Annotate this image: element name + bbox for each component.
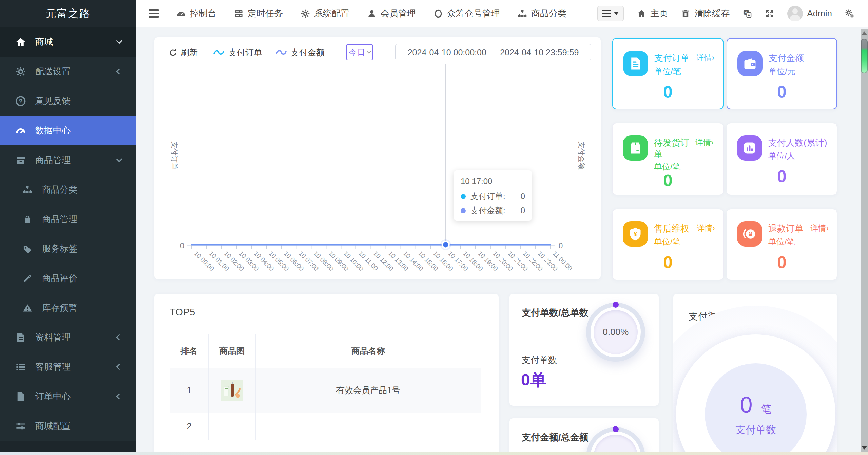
line-chart[interactable]: 10 00:0010 01:0010 02:0010 03:0010 04:00… [154,37,601,279]
shopping-bag-icon [21,214,34,225]
scroll-down-arrow-icon[interactable] [862,446,867,450]
card-detail-link[interactable]: 详情› [695,137,715,148]
document-icon [623,51,648,76]
avatar [787,6,803,21]
sidebar-item-mall-config[interactable]: 商城配置 [0,411,136,441]
channel-center: 0 笔 支付单数 [705,363,807,455]
scroll-up-arrow-icon[interactable] [862,31,867,35]
nav-user-menu[interactable]: Admin [787,6,832,21]
gauge-percent: 0.00% [594,310,638,354]
image-cell [209,413,256,440]
gauge-progress-dot [613,426,619,432]
sidebar-item-product-category[interactable]: 商品分类 [0,175,136,204]
name-cell: 有效会员产品1号 [256,368,481,413]
package-icon [623,135,648,161]
sidebar-item-customer-service[interactable]: 客服管理 [0,352,136,382]
sidebar-item-product-manage-sub[interactable]: 商品管理 [0,204,136,234]
card-value: 0 [613,253,723,272]
chevron-left-icon [116,393,122,399]
nav-fullscreen-button[interactable] [765,9,774,18]
table-row[interactable]: 2 [170,413,481,440]
tooltip-title: 10 17:00 [461,177,525,186]
sidebar-item-order-center[interactable]: 订单中心 [0,382,136,411]
emphasis-dot [443,242,448,248]
hamburger-menu-icon[interactable] [149,9,159,18]
sidebar-item-service-tags[interactable]: 服务标签 [0,234,136,263]
y-axis-name-left: 支付订单 [171,141,178,170]
channel-unit: 笔 [761,402,771,416]
card-pay-amount[interactable]: 支付金额 单位/元 0 [727,38,837,109]
series-dot-icon [461,194,466,199]
sidebar-item-product-reviews[interactable]: 商品评价 [0,263,136,293]
column-header-name: 商品名称 [256,334,481,368]
horizontal-scrollbar[interactable] [0,452,868,455]
card-unit: 单位/笔 [654,66,681,77]
sidebar-item-mall[interactable]: 商城 [0,27,136,57]
card-detail-link[interactable]: 详情› [696,52,715,63]
sidebar-item-material-management[interactable]: 资料管理 [0,323,136,352]
gauge-title: 支付金额/总金额 [522,431,589,443]
sidebar-item-label: 商品管理 [42,213,77,225]
tags-icon [21,243,34,255]
vertical-scrollbar[interactable] [861,29,868,452]
nav-item-system-config[interactable]: 系统配置 [301,7,349,19]
gauge-value: 0单 [521,369,546,391]
nav-item-homepage[interactable]: 主页 [637,7,668,19]
sidebar-item-stock-alert[interactable]: 库存预警 [0,293,136,323]
gauge-amount-panel: 支付金额/总金额 0.00% [509,418,659,455]
card-payers-total[interactable]: 支付人数(累计) 单位/人 0 [727,123,837,195]
sidebar-item-product-management[interactable]: 商品管理 [0,145,136,175]
top5-table: 排名 商品图 商品名称 1 有效会员产品1号 2 [170,334,481,440]
top5-title: TOP5 [170,307,195,318]
card-after-sales[interactable]: ¥ 售后维权 详情› 单位/笔 0 [612,209,724,280]
question-circle-icon: ? [14,95,27,107]
sidebar: 元富之路 商城 配送设置 ? 意见反馈 数据中心 商品管理 商品分类 [0,0,136,455]
nav-menu-dropdown-button[interactable] [597,6,624,21]
card-title: 售后维权 [654,223,689,234]
nav-item-console[interactable]: 控制台 [176,7,216,19]
sidebar-item-label: 订单中心 [35,390,71,402]
channel-ring: 0 笔 支付单数 [676,334,835,455]
column-header-rank: 排名 [170,334,209,368]
chevron-down-icon [116,156,122,162]
sidebar-item-feedback[interactable]: ? 意见反馈 [0,86,136,116]
nav-item-crowdfunding[interactable]: 众筹仓号管理 [433,7,500,19]
y-axis-tick-right: 0 [559,241,563,250]
gauge-percent: 0.00% [594,435,638,455]
home-icon [637,9,646,18]
card-unit: 单位/笔 [654,236,681,247]
sidebar-item-delivery-settings[interactable]: 配送设置 [0,57,136,86]
card-detail-link[interactable]: 详情› [697,223,715,234]
sidebar-item-label: 商品分类 [42,184,77,196]
shield-yen-icon: ¥ [623,221,648,247]
archive-box-icon [14,154,27,166]
sliders-icon [14,420,27,432]
gauge-ring: 0.00% [586,427,645,455]
card-refund-orders[interactable]: ¥ 退款订单 详情› 单位/笔 0 [727,209,837,280]
server-icon [234,9,244,18]
nav-item-clear-cache[interactable]: 清除缓存 [681,7,730,19]
card-pending-shipment[interactable]: 待发货订单 详情› 单位/笔 0 [612,123,724,195]
top5-panel: TOP5 排名 商品图 商品名称 1 有效会员产品1号 2 [154,294,499,455]
refund-yen-icon: ¥ [737,221,762,247]
user-icon [367,9,377,18]
image-cell [209,368,256,413]
nav-item-product-category[interactable]: 商品分类 [518,7,566,19]
sidebar-item-label: 服务标签 [42,243,77,255]
card-value: 0 [727,82,836,102]
sidebar-item-label: 资料管理 [35,331,71,343]
nav-language-button[interactable]: 文A [742,9,752,18]
sidebar-item-data-center[interactable]: 数据中心 [0,116,136,145]
table-row[interactable]: 1 有效会员产品1号 [170,368,481,413]
card-title: 支付金额 [769,52,804,64]
scrollbar-thumb[interactable] [861,39,868,73]
nav-item-member-management[interactable]: 会员管理 [367,7,416,19]
gauge-progress-dot [613,302,619,308]
nav-item-scheduled-tasks[interactable]: 定时任务 [234,7,283,19]
card-detail-link[interactable]: 详情› [810,223,829,234]
pencil-icon [21,273,34,284]
gear-icon [301,9,310,18]
list-icon [14,361,27,373]
card-pay-orders[interactable]: 支付订单 详情› 单位/笔 0 [612,38,724,109]
nav-settings-button[interactable] [845,9,854,18]
